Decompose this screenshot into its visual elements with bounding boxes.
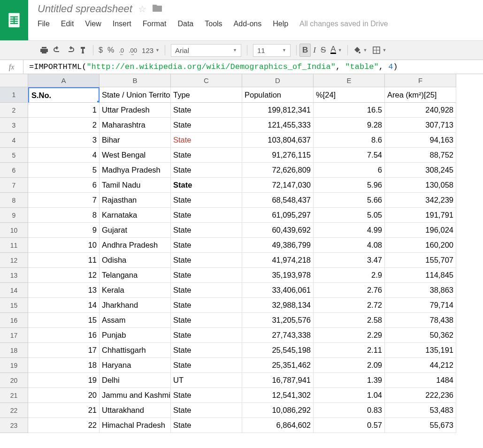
cell[interactable]: 10 bbox=[28, 238, 100, 253]
redo-button[interactable] bbox=[64, 45, 77, 56]
cell[interactable]: State bbox=[171, 283, 242, 298]
cell[interactable]: State bbox=[171, 253, 242, 268]
cell[interactable]: 78,438 bbox=[385, 313, 456, 328]
cell[interactable]: 21 bbox=[28, 403, 100, 418]
cell[interactable]: 114,845 bbox=[385, 268, 456, 283]
cell[interactable]: Bihar bbox=[100, 133, 171, 148]
cell[interactable]: 8.6 bbox=[314, 133, 385, 148]
cell[interactable]: 6,864,602 bbox=[242, 418, 314, 433]
cell[interactable]: Odisha bbox=[100, 253, 171, 268]
cell[interactable]: Chhattisgarh bbox=[100, 343, 171, 358]
cell[interactable]: Uttar Pradesh bbox=[100, 103, 171, 118]
col-header-D[interactable]: D bbox=[242, 74, 314, 87]
row-header[interactable]: 23 bbox=[0, 418, 28, 433]
cell[interactable]: 2.29 bbox=[314, 328, 385, 343]
row-header[interactable]: 11 bbox=[0, 238, 28, 253]
cell[interactable]: State bbox=[171, 103, 242, 118]
cell[interactable]: 342,239 bbox=[385, 193, 456, 208]
cell[interactable]: State bbox=[171, 298, 242, 313]
cell[interactable]: 2.09 bbox=[314, 358, 385, 373]
cell[interactable]: 191,791 bbox=[385, 208, 456, 223]
menu-format[interactable]: Format bbox=[143, 20, 167, 28]
cell[interactable]: 53,483 bbox=[385, 403, 456, 418]
cell[interactable]: Jharkhand bbox=[100, 298, 171, 313]
cell[interactable]: Haryana bbox=[100, 358, 171, 373]
row-header[interactable]: 20 bbox=[0, 373, 28, 388]
cell[interactable]: State bbox=[171, 268, 242, 283]
row-header[interactable]: 13 bbox=[0, 268, 28, 283]
cell[interactable]: 130,058 bbox=[385, 178, 456, 193]
increase-decimal-button[interactable]: .00→ bbox=[126, 46, 139, 55]
cell[interactable]: 55,673 bbox=[385, 418, 456, 433]
cell[interactable]: 1 bbox=[28, 103, 100, 118]
cell[interactable]: 2.9 bbox=[314, 268, 385, 283]
document-title[interactable]: Untitled spreadsheet bbox=[38, 3, 132, 15]
cell[interactable]: Telangana bbox=[100, 268, 171, 283]
menu-file[interactable]: File bbox=[38, 20, 50, 28]
cell[interactable]: Tamil Nadu bbox=[100, 178, 171, 193]
cell[interactable]: 94,163 bbox=[385, 133, 456, 148]
cell[interactable]: 60,439,692 bbox=[242, 223, 314, 238]
formula-input[interactable]: =IMPORTHTML("http://en.wikipedia.org/wik… bbox=[23, 62, 483, 71]
cell[interactable]: 72,626,809 bbox=[242, 163, 314, 178]
cell[interactable]: West Bengal bbox=[100, 148, 171, 163]
star-icon[interactable]: ☆ bbox=[138, 3, 146, 15]
cell[interactable]: 25,351,462 bbox=[242, 358, 314, 373]
row-header[interactable]: 3 bbox=[0, 118, 28, 133]
cell[interactable]: 9 bbox=[28, 223, 100, 238]
decrease-decimal-button[interactable]: .0← bbox=[116, 46, 126, 55]
menu-edit[interactable]: Edit bbox=[61, 20, 74, 28]
cell[interactable]: 2.58 bbox=[314, 313, 385, 328]
cell[interactable]: 135,191 bbox=[385, 343, 456, 358]
cell[interactable]: Delhi bbox=[100, 373, 171, 388]
row-header[interactable]: 9 bbox=[0, 208, 28, 223]
cell[interactable]: Gujarat bbox=[100, 223, 171, 238]
cell[interactable]: 12 bbox=[28, 268, 100, 283]
cell[interactable]: Punjab bbox=[100, 328, 171, 343]
cell[interactable]: 4.08 bbox=[314, 238, 385, 253]
cell[interactable]: 196,024 bbox=[385, 223, 456, 238]
cell[interactable]: S.No. bbox=[28, 87, 100, 103]
cell[interactable]: Type bbox=[171, 87, 242, 103]
cell[interactable]: State bbox=[171, 208, 242, 223]
cell[interactable]: 16,787,941 bbox=[242, 373, 314, 388]
cell[interactable]: 9.28 bbox=[314, 118, 385, 133]
cell[interactable]: 16.5 bbox=[314, 103, 385, 118]
row-header[interactable]: 4 bbox=[0, 133, 28, 148]
col-header-A[interactable]: A bbox=[28, 74, 100, 87]
cell[interactable]: Assam bbox=[100, 313, 171, 328]
row-header[interactable]: 16 bbox=[0, 313, 28, 328]
cell[interactable]: State bbox=[171, 418, 242, 433]
text-color-button[interactable]: A ▼ bbox=[328, 45, 344, 55]
row-header[interactable]: 5 bbox=[0, 148, 28, 163]
cell[interactable]: 32,988,134 bbox=[242, 298, 314, 313]
cell[interactable]: 121,455,333 bbox=[242, 118, 314, 133]
cell[interactable]: 6 bbox=[28, 178, 100, 193]
cell[interactable]: State bbox=[171, 163, 242, 178]
row-header[interactable]: 1 bbox=[0, 87, 28, 103]
cell[interactable]: State bbox=[171, 388, 242, 403]
cell[interactable]: Maharashtra bbox=[100, 118, 171, 133]
format-number-button[interactable]: 123 ▼ bbox=[139, 45, 162, 56]
menu-addons[interactable]: Add-ons bbox=[234, 20, 262, 28]
cell[interactable]: 41,974,218 bbox=[242, 253, 314, 268]
cell[interactable]: 2.72 bbox=[314, 298, 385, 313]
cell[interactable]: 22 bbox=[28, 418, 100, 433]
menu-view[interactable]: View bbox=[85, 20, 101, 28]
row-header[interactable]: 22 bbox=[0, 403, 28, 418]
cell[interactable]: 2.76 bbox=[314, 283, 385, 298]
undo-button[interactable] bbox=[51, 45, 64, 56]
cell[interactable]: 240,928 bbox=[385, 103, 456, 118]
cell[interactable]: State bbox=[171, 328, 242, 343]
cell[interactable]: Uttarakhand bbox=[100, 403, 171, 418]
cell[interactable]: 25,545,198 bbox=[242, 343, 314, 358]
cell[interactable]: UT bbox=[171, 373, 242, 388]
cell[interactable]: 49,386,799 bbox=[242, 238, 314, 253]
italic-button[interactable]: I bbox=[311, 44, 318, 56]
cell[interactable]: Andhra Pradesh bbox=[100, 238, 171, 253]
cell[interactable]: 18 bbox=[28, 358, 100, 373]
cell[interactable]: 44,212 bbox=[385, 358, 456, 373]
cell[interactable]: 20 bbox=[28, 388, 100, 403]
percent-button[interactable]: % bbox=[105, 45, 116, 56]
cell[interactable]: 160,200 bbox=[385, 238, 456, 253]
